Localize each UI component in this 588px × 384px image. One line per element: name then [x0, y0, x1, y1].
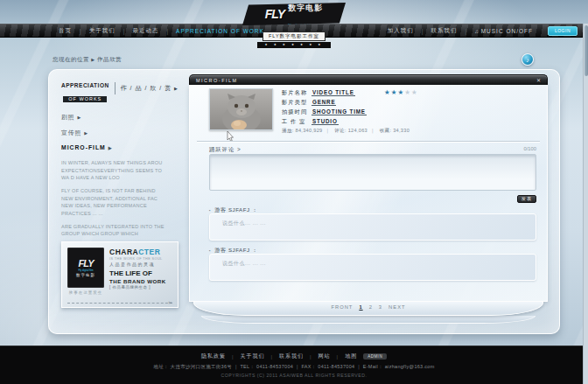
breadcrumb-current[interactable]: 作品欣赏 [97, 56, 122, 62]
login-button[interactable]: LOGIN [548, 26, 578, 36]
pagination-page-3[interactable]: 3 [379, 304, 382, 310]
field-row: 影片名称 VIDEO TITLE [282, 89, 367, 99]
logo-studio-name: FLY数字电影工作室 [262, 31, 326, 41]
promo-subtitle: IS THE WORK OF THE SOUL [109, 257, 172, 262]
field-label: 工 作 室 [282, 118, 312, 126]
pagination-page-2[interactable]: 2 [369, 304, 373, 310]
footer-divider [310, 354, 312, 360]
bullet-icon: ▪ [209, 248, 211, 253]
music-icon: ♫ [474, 29, 480, 34]
arrow-icon: ▶ [77, 115, 81, 120]
logo-star-strip: ★ ★ ★ ★ ★ ★ ★ [257, 42, 331, 48]
logo-plate: FLY 数字电影 Fly digital film [242, 3, 346, 25]
field-value-genre[interactable]: GENRE [312, 99, 336, 106]
pagination: FRONT 1 2 3 NEXT [194, 304, 542, 310]
comment-item: 说些什么... ... ... [209, 213, 536, 241]
field-row: 工 作 室 STUDIO [282, 118, 367, 128]
comment-textarea[interactable] [209, 154, 536, 191]
content-titlebar: MICRO-FILM ✕ [189, 74, 548, 85]
nav-item-join[interactable]: 加入我们 [380, 27, 422, 35]
footer-copyright: COPYRIGHTS (C) 2011 ASAIWEB ALL RIGHTS R… [0, 373, 588, 378]
promo-text-column: CHARACTER IS THE WORK OF THE SOUL 人品是作品的… [109, 248, 172, 298]
breadcrumb: 您现在的位置 ▶ 作品欣赏 [52, 56, 122, 64]
field-row: 拍摄时间 SHOOTING TIME [282, 108, 367, 118]
badge-en-text: Fly digital film [79, 269, 94, 272]
main-glass-panel: APPRECIATION OF WORKS 作 / 品 / 欣 / 赏 ▶ 剧照… [48, 69, 560, 334]
star-icon[interactable]: ★ [384, 88, 391, 96]
video-stats: 播放: 84,340,929｜ 评论: 124,063｜ 收藏: 34,330 [282, 128, 410, 135]
promo-title: CHARACTER [109, 248, 172, 257]
field-value-shooting-time[interactable]: SHOOTING TIME [312, 108, 367, 115]
breadcrumb-prefix: 您现在的位置 [52, 56, 89, 62]
music-toggle[interactable]: ♫MUSIC ON/OFF [466, 28, 541, 34]
footer-link-map[interactable]: 地图 [345, 353, 357, 360]
promo-badge-caption: 故事在这里发生 [67, 290, 104, 295]
star-rating: ★★★★★ [384, 88, 418, 96]
bullet-icon: ▪ [209, 208, 211, 213]
content-panel: MICRO-FILM ✕ [189, 74, 548, 324]
sidebar-item-stills[interactable]: 剧照 ▶ [61, 113, 186, 122]
promo-badge-column: FLY Fly digital film 数字电影 故事在这里发生 [67, 248, 104, 298]
field-row: 影片类型 GENRE [282, 99, 367, 108]
comment-text: 说些什么... ... ... [222, 220, 266, 227]
publish-button[interactable]: 发表 [517, 195, 536, 203]
nav-item-news[interactable]: 最近动态 [124, 27, 166, 35]
sidebar-header-line1: APPRECIATION [61, 82, 109, 88]
sidebar-header-en: APPRECIATION OF WORKS [61, 82, 109, 104]
logo-fly-text: FLY [265, 7, 284, 21]
footer-links: 隐私政策 关于我们 联系我们 网站 地图 ADMIN [0, 353, 588, 360]
nav-item-home[interactable]: 首页 [51, 27, 80, 35]
pagination-next[interactable]: NEXT [388, 304, 405, 310]
comment-char-counter: 0/100 [523, 146, 536, 151]
logo-cn-title: 数字电影 [288, 3, 323, 12]
field-value-video-title[interactable]: VIDEO TITLE [312, 89, 355, 96]
badge-cn-text: 数字电影 [76, 273, 95, 277]
footer-link-privacy[interactable]: 隐私政策 [201, 353, 226, 360]
footer-divider [270, 354, 273, 360]
promo-big-line2: THE BRAND WORK [109, 278, 172, 285]
video-info-fields: 影片名称 VIDEO TITLE 影片类型 GENRE 拍摄时间 SHOOTIN… [282, 89, 367, 128]
floating-contact-button[interactable]: ♪ [522, 53, 534, 66]
brand-promo-box[interactable]: FLY Fly digital film 数字电影 故事在这里发生 CHARAC… [61, 241, 178, 308]
sidebar-header: APPRECIATION OF WORKS 作 / 品 / 欣 / 赏 ▶ [61, 82, 186, 104]
footer-link-site[interactable]: 网站 [318, 353, 331, 360]
breadcrumb-arrow-icon: ▶ [91, 57, 94, 62]
stat-value-favorites: 34,330 [393, 128, 410, 133]
sidebar-header-cn: 作 / 品 / 欣 / 赏 ▶ [115, 82, 178, 94]
promo-cn-line2: [ 作品是品牌的生命 ] [109, 285, 172, 290]
site-logo[interactable]: FLY 数字电影 Fly digital film FLY数字电影工作室 ★ ★… [237, 3, 351, 48]
footer-link-contact[interactable]: 联系我们 [279, 353, 304, 360]
pagination-front[interactable]: FRONT [331, 304, 353, 310]
sidebar-paragraph: ARE GRADUALLY INTEGRATED INTO THE GROUP … [61, 223, 168, 238]
footer-link-about[interactable]: 关于我们 [240, 353, 264, 360]
star-icon[interactable]: ★ [404, 88, 411, 96]
stat-label: 播放: [282, 128, 294, 133]
expand-icon[interactable]: ✕ [536, 78, 541, 83]
panel-curved-base: FRONT 1 2 3 NEXT [193, 302, 543, 316]
field-label: 影片类型 [282, 99, 312, 107]
video-thumbnail[interactable] [209, 88, 273, 130]
scrollbar-thumb[interactable] [584, 25, 588, 76]
star-icon[interactable]: ★ [411, 88, 418, 96]
sidebar-item-promos[interactable]: 宣传照 ▶ [61, 129, 186, 137]
footer-contact-line: 地址： 大连市沙河口区施工街36号 ｜ TEL： 0411-84537004 ｜… [0, 364, 588, 370]
stat-label: 评论: [334, 128, 346, 133]
content-body: 影片名称 VIDEO TITLE 影片类型 GENRE 拍摄时间 SHOOTIN… [189, 85, 548, 302]
nav-item-contact[interactable]: 联系我们 [423, 27, 465, 35]
browser-scrollbar[interactable] [583, 24, 588, 384]
panel-shadow-base [201, 316, 536, 324]
promo-big-line1: THE LIFE OF [109, 269, 172, 278]
logo-cn-block: 数字电影 Fly digital film [288, 0, 323, 30]
field-value-studio[interactable]: STUDIO [312, 118, 339, 125]
pagination-page-1[interactable]: 1 [359, 304, 362, 310]
stat-value-comments: 124,063 [348, 128, 368, 133]
sidebar-menu: 剧照 ▶ 宣传照 ▶ MICRO-FILM ▶ [61, 113, 186, 150]
sidebar-paragraph: IN WINTER, ALWAYS NEW THINGS AROU EXPECT… [61, 159, 168, 182]
comment-item: 说些什么... ... ... [209, 254, 536, 281]
admin-button[interactable]: ADMIN [363, 353, 387, 360]
sidebar-item-microfilm[interactable]: MICRO-FILM ▶ [61, 144, 186, 150]
logo-en-subtitle: Fly digital film [288, 24, 313, 27]
arrow-icon: ▶ [84, 130, 88, 136]
arrow-icon: ▶ [108, 145, 113, 150]
nav-item-about[interactable]: 关于我们 [81, 27, 123, 35]
